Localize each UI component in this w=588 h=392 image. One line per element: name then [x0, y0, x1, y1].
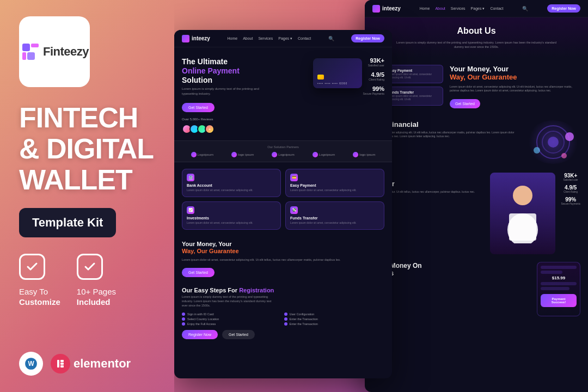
sc-steps-btns: Register Now Get Started [182, 330, 384, 339]
sc-hero-title-purple: Online Payment [182, 66, 240, 75]
feature-customize: Easy ToCustomize [19, 254, 60, 308]
sc-money-left: Your Money, YourWay, Our Guarantee Lorem… [182, 241, 384, 277]
sc-right-nav-links: Home About Services Pages ▾ Contact [420, 7, 504, 11]
sc-service-payment-title: Easy Payment [290, 183, 379, 187]
sc-service-bank-icon: 🏦 [187, 174, 194, 181]
elementor-logo: elementor [51, 354, 131, 373]
sc-hero-desc: Lorem ipsum is simply dummy text of the … [182, 87, 269, 96]
sc-service-payment-desc: Lorem ipsum dolor sit amet, consectetur … [290, 188, 379, 192]
sc-service-transfer-title: Funds Transfer [290, 216, 379, 220]
sc-payment-success: Payment Success! [541, 294, 577, 307]
sc-partner-1: Logoipsum [191, 152, 213, 157]
sc-stat-users: 93K+ Satisfied user [363, 57, 384, 67]
screenshots-area: inteezy Home About Services Pages ▾ Cont… [174, 0, 588, 392]
logo-box: Finteezy [19, 16, 90, 87]
sc-right-financial-visual [526, 120, 580, 164]
svg-rect-18 [509, 213, 536, 241]
sc-right-nav-logo: inteezy [372, 5, 401, 13]
sc-right-funds-text: Funds Transfer Lorem ipsum dolor sit ame… [388, 90, 438, 102]
sc-money-btn[interactable]: Get Started [182, 268, 215, 277]
sc-right-person [490, 173, 555, 254]
nav-services: Services [258, 36, 273, 41]
nav-pages: Pages ▾ [278, 36, 292, 41]
right-nav-about: About [435, 7, 445, 11]
sc-partner-4: Logoipsum [313, 152, 335, 157]
sc-service-bank: 🏦 Bank Account Lorem ipsum dolor sit ame… [182, 169, 281, 197]
sc-money-title: Your Money, YourWay, Our Guarantee [182, 241, 384, 255]
sc-service-payment: 💳 Easy Payment Lorem ipsum dolor sit ame… [285, 169, 384, 197]
sc-card-number: •••• •••• •••• 6060 [317, 82, 358, 85]
sc-right-send-left: Send Money Oner Tips [372, 262, 531, 280]
sc-main-nav-links: Home About Services Pages ▾ Contact [227, 36, 311, 41]
sc-right-register-btn[interactable]: Register Now [547, 4, 580, 13]
svg-rect-1 [31, 44, 39, 47]
sc-right-stat-users-label: Satisfied user [561, 179, 580, 181]
sc-main-nav: inteezy Home About Services Pages ▾ Cont… [174, 30, 392, 47]
sc-right-guarantee: 💳 Easy Payment Lorem ipsum dolor sit ame… [365, 58, 588, 115]
sc-phone-row-1 [541, 266, 577, 269]
sc-partners-title: Our Solution Partners [182, 145, 384, 149]
sc-right-payment-text: Easy Payment Lorem ipsum dolor sit amet,… [388, 69, 438, 80]
elementor-text: elementor [74, 357, 131, 371]
svg-rect-8 [60, 363, 64, 365]
sc-right-search-icon[interactable]: 🔍 [522, 6, 528, 11]
sc-service-invest-title: Investments [187, 216, 276, 220]
svg-rect-2 [22, 52, 26, 60]
sc-hero-title-end: Solution [182, 76, 212, 84]
sc-step-5: Enter the Transaction [284, 317, 385, 321]
sc-right-stat-secure-num: 99% [561, 197, 580, 203]
sc-service-bank-title: Bank Account [187, 183, 276, 187]
sc-services: 🏦 Bank Account Lorem ipsum dolor sit ame… [174, 162, 392, 236]
sc-right-transfer: nlineransfer Lorem consectetur. Ut elit … [365, 169, 588, 258]
svg-point-13 [565, 132, 574, 141]
sc-register-now-btn[interactable]: Register Now [182, 330, 218, 339]
sc-get-started-btn[interactable]: Get Started [222, 330, 255, 339]
sc-service-transfer: 💸 Funds Transfer Lorem ipsum dolor sit a… [285, 201, 384, 230]
sc-search-icon[interactable]: 🔍 [328, 36, 334, 41]
sc-stat-users-num: 93K+ [363, 57, 384, 64]
sc-phone-row-3 [541, 282, 577, 285]
sc-card-chip [317, 75, 324, 79]
sc-steps: Our Easy Steps For Registration Lorem ip… [174, 281, 392, 339]
sc-service-payment-icon: 💳 [290, 174, 298, 181]
svg-point-15 [561, 153, 567, 158]
check-box-pages [77, 254, 103, 280]
svg-rect-0 [22, 44, 30, 51]
sc-service-bank-desc: Lorem ipsum dolor sit amet, consectetur … [187, 188, 276, 192]
sc-right-hero-desc: Lorem ipsum is simply dummy text of the … [395, 40, 558, 50]
sc-service-transfer-icon: 💸 [290, 206, 298, 214]
svg-point-14 [534, 147, 540, 154]
svg-rect-7 [60, 360, 64, 362]
sc-main-nav-logo: inteezy [182, 35, 210, 42]
sc-right-stat-users-num: 93K+ [561, 173, 580, 179]
sc-right-stat-users: 93K+ Satisfied user [561, 173, 580, 181]
nav-home: Home [227, 36, 237, 41]
sc-right-hero: About Us Lorem ipsum is simply dummy tex… [365, 17, 588, 58]
sc-right-get-started-btn[interactable]: Get Started [450, 99, 480, 108]
left-panel: Finteezy FINTECH& DIGITALWALLET Template… [0, 0, 196, 392]
sc-hero-btn[interactable]: Get Started [182, 103, 215, 112]
sc-step-3: Enjoy the Full Access [182, 322, 283, 326]
feature-customize-label: Easy ToCustomize [19, 286, 60, 308]
wordpress-logo: W [19, 352, 43, 376]
main-title: FINTECH& DIGITALWALLET [19, 102, 177, 196]
sc-step-1: Sign in with ID Card [182, 313, 283, 316]
screenshot-main: inteezy Home About Services Pages ▾ Cont… [174, 30, 392, 378]
sc-right-content-title: Your Money, YourWay, Our Guarantee [450, 65, 580, 82]
sc-avatar-4: + [205, 124, 215, 134]
check-box-customize [19, 254, 45, 280]
sc-partner-3: Logoipsum [272, 152, 294, 157]
sc-stat-rating: 4.9/5 Client Rating [363, 71, 384, 81]
sc-stat-users-label: Satisfied user [363, 64, 384, 67]
feature-pages-label: 10+ PagesIncluded [77, 286, 116, 308]
svg-text:W: W [28, 360, 34, 367]
sc-register-btn[interactable]: Register Now [351, 34, 384, 42]
sc-card-visual: •••• •••• •••• 6060 [313, 58, 362, 88]
sc-service-invest-desc: Lorem ipsum dolor sit amet, consectetur … [187, 221, 276, 225]
sc-phone-row-2 [541, 271, 562, 274]
sc-person-placeholder [490, 173, 555, 254]
svg-point-12 [548, 137, 559, 148]
sc-right-financial-desc: Lorem ipsum letter adipiscing elit. Ut e… [372, 131, 520, 139]
sc-step-2: Select Country Location [182, 317, 283, 321]
sc-stat-rating-num: 4.9/5 [363, 71, 384, 78]
